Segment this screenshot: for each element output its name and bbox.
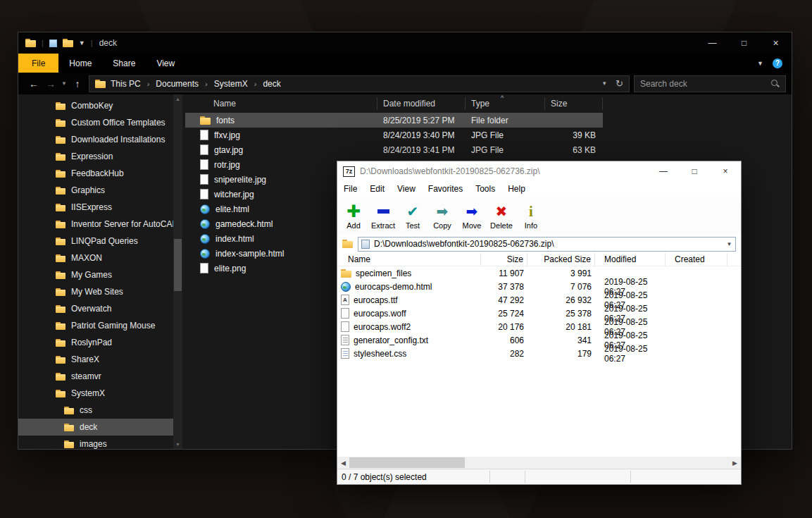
sidebar-item-roslynpad[interactable]: RoslynPad — [18, 334, 173, 351]
breadcrumb-item-deck[interactable]: deck — [263, 79, 280, 89]
toolbar-add-button[interactable]: ✚Add — [339, 198, 368, 233]
sidebar-item-maxon[interactable]: MAXON — [18, 249, 173, 266]
sidebar-item-graphics[interactable]: Graphics — [18, 182, 173, 199]
toolbar-test-button[interactable]: ✔Test — [398, 198, 427, 233]
scroll-right-arrow-icon[interactable]: ▶ — [729, 457, 741, 469]
sidebar-item-expression[interactable]: Expression — [18, 148, 173, 165]
breadcrumb-item-systemx[interactable]: SystemX — [214, 79, 248, 89]
tab-view[interactable]: View — [146, 54, 185, 73]
expand-ribbon-chevron-icon[interactable]: ▼ — [757, 60, 763, 67]
maximize-button[interactable]: □ — [728, 32, 760, 54]
close-button[interactable]: × — [760, 32, 792, 54]
sidebar-scrollbar[interactable]: ▲ ▼ — [173, 94, 182, 449]
scrollbar-thumb[interactable] — [174, 239, 182, 291]
sidebar-item-sharex[interactable]: ShareX — [18, 351, 173, 368]
column-header-size[interactable]: Size — [545, 97, 603, 110]
7zip-horizontal-scrollbar[interactable]: ◀ ▶ — [337, 457, 741, 469]
address-dropdown-chevron-icon[interactable]: ▼ — [601, 80, 607, 87]
sidebar-item-iisexpress[interactable]: IISExpress — [18, 199, 173, 216]
archive-row-stylesheet-css[interactable]: stylesheet.css2821792019-08-25 06:27 — [337, 347, 741, 360]
sidebar-item-patriot-gaming-mouse[interactable]: Patriot Gaming Mouse — [18, 317, 173, 334]
breadcrumb-item-documents[interactable]: Documents — [156, 79, 199, 89]
7zip-address-combo[interactable]: D:\Downloads\webfontkit-20190825-062736.… — [358, 237, 736, 252]
breadcrumb-item-this-pc[interactable]: This PC — [111, 79, 141, 89]
column-header-name[interactable]: Name — [185, 97, 377, 110]
menu-tools[interactable]: Tools — [469, 184, 501, 194]
sidebar-item-feedbackhub[interactable]: FeedbackHub — [18, 165, 173, 182]
minimize-button[interactable]: — — [697, 32, 728, 54]
forward-button[interactable]: → — [42, 78, 59, 90]
column-header-name[interactable]: Name — [337, 253, 481, 266]
menu-help[interactable]: Help — [501, 184, 532, 194]
tab-file[interactable]: File — [18, 54, 58, 73]
sidebar-item-deck[interactable]: deck — [18, 419, 173, 436]
toolbar-button-label: Delete — [490, 221, 513, 230]
sidebar-item-combokey[interactable]: ComboKey — [18, 97, 173, 114]
menu-edit[interactable]: Edit — [363, 184, 391, 194]
toolbar-extract-button[interactable]: Extract — [368, 198, 398, 233]
column-header-created[interactable]: Created — [666, 253, 727, 266]
column-header-date-modified[interactable]: Date modified — [377, 97, 466, 110]
help-icon[interactable]: ? — [773, 58, 782, 68]
column-header-size[interactable]: Size — [481, 253, 527, 266]
toolbar-move-button[interactable]: ➡Move — [457, 198, 487, 233]
sidebar-item-my-web-sites[interactable]: My Web Sites — [18, 283, 173, 300]
close-button[interactable]: × — [710, 161, 741, 181]
qat-chevron-down-icon[interactable]: ▼ — [79, 39, 85, 47]
minimize-button[interactable]: — — [648, 161, 679, 181]
archive-row-eurocaps-demo-html[interactable]: eurocaps-demo.html37 3787 0762019-08-25 … — [337, 280, 741, 293]
extract-icon — [377, 202, 389, 221]
sidebar-item-custom-office-templates[interactable]: Custom Office Templates — [18, 114, 173, 131]
refresh-icon[interactable]: ↻ — [616, 78, 623, 89]
scroll-left-arrow-icon[interactable]: ◀ — [337, 457, 349, 469]
toolbar-copy-button[interactable]: ➡Copy — [427, 198, 457, 233]
maximize-button[interactable]: □ — [679, 161, 710, 181]
folder-icon — [56, 221, 65, 228]
archive-row-specimen-files[interactable]: specimen_files11 9073 991 — [337, 266, 741, 280]
sidebar-item-linqpad-queries[interactable]: LINQPad Queries — [18, 233, 173, 249]
file-name: index.html — [216, 234, 254, 244]
status-separator — [630, 471, 631, 483]
jpg-file-icon — [200, 144, 208, 155]
up-button[interactable]: ↑ — [69, 78, 86, 90]
menu-favorites[interactable]: Favorites — [422, 184, 469, 194]
archive-row-eurocaps-ttf[interactable]: eurocaps.ttf47 29226 9322019-08-25 06:27 — [337, 293, 741, 307]
jpg-file-icon — [200, 159, 208, 170]
sidebar-item-downloaded-installations[interactable]: Downloaded Installations — [18, 131, 173, 148]
parent-folder-icon[interactable] — [342, 240, 353, 248]
sidebar-item-systemx[interactable]: SystemX — [18, 385, 173, 402]
sidebar-item-steamvr[interactable]: steamvr — [18, 368, 173, 385]
file-row-fonts[interactable]: fonts8/25/2019 5:27 PMFile folder — [185, 113, 603, 128]
sidebar-item-images[interactable]: images — [18, 436, 173, 449]
column-header-modified[interactable]: Modified — [595, 253, 666, 266]
search-placeholder: Search deck — [640, 79, 687, 89]
qat-properties-icon[interactable] — [49, 39, 57, 47]
sidebar-item-my-games[interactable]: My Games — [18, 266, 173, 283]
address-bar[interactable]: This PC›Documents›SystemX›deck ▼ ↻ — [89, 75, 630, 92]
menu-file[interactable]: File — [337, 184, 363, 194]
column-header-type[interactable]: ^Type — [466, 97, 545, 110]
search-input[interactable]: Search deck — [634, 75, 786, 92]
archive-row-eurocaps-woff2[interactable]: eurocaps.woff220 17620 1812019-08-25 06:… — [337, 320, 741, 333]
archive-row-eurocaps-woff[interactable]: eurocaps.woff25 72425 3782019-08-25 06:2… — [337, 307, 741, 320]
scroll-up-arrow-icon[interactable]: ▲ — [173, 97, 182, 101]
combo-dropdown-chevron-icon[interactable]: ▼ — [723, 241, 735, 247]
qat-new-folder-icon[interactable] — [63, 39, 73, 47]
scroll-down-arrow-icon[interactable]: ▼ — [173, 442, 182, 447]
tab-home[interactable]: Home — [58, 54, 102, 73]
archive-row-generator-config-txt[interactable]: generator_config.txt6063412019-08-25 06:… — [337, 333, 741, 347]
toolbar-delete-button[interactable]: ✖Delete — [487, 198, 516, 233]
sidebar-item-css[interactable]: css — [18, 402, 173, 419]
recent-locations-chevron-icon[interactable]: ▼ — [59, 80, 69, 87]
scrollbar-thumb[interactable] — [349, 457, 465, 468]
tab-share[interactable]: Share — [102, 54, 146, 73]
search-icon[interactable] — [770, 79, 780, 88]
sidebar-item-inventor-server-for-autocad[interactable]: Inventor Server for AutoCAD — [18, 216, 173, 233]
column-header-packed-size[interactable]: Packed Size — [527, 253, 595, 266]
file-row-ffxv-jpg[interactable]: ffxv.jpg8/24/2019 3:40 PMJPG File39 KB — [185, 128, 603, 142]
sidebar-item-overwatch[interactable]: Overwatch — [18, 300, 173, 317]
menu-view[interactable]: View — [391, 184, 422, 194]
toolbar-info-button[interactable]: iInfo — [516, 198, 546, 233]
back-button[interactable]: ← — [25, 78, 42, 90]
file-row-gtav-jpg[interactable]: gtav.jpg8/24/2019 3:41 PMJPG File63 KB — [185, 142, 603, 157]
